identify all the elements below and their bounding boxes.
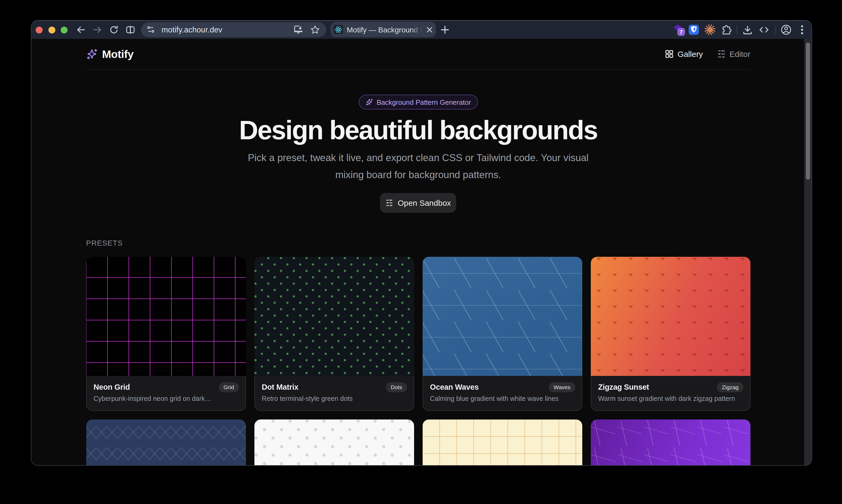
svg-text:7: 7 [680,29,683,35]
